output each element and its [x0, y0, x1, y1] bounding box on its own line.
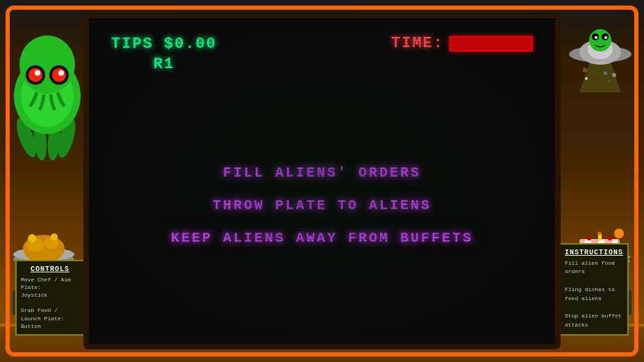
tips-amount: TIPS $0.00	[111, 35, 217, 55]
svg-point-33	[585, 77, 588, 80]
instruction-line-3: KEEP ALIENS AWAY FROM BUFFETS	[171, 230, 473, 246]
right-panel: INSTRUCTIONS Fill alien food orders Flin…	[555, 6, 638, 356]
controls-panel: CONTROLS Move Chef / Aim Plate: Joystick…	[15, 260, 85, 336]
control-move-key: Joystick	[21, 291, 79, 299]
svg-point-31	[612, 73, 616, 77]
screen-body: FILL ALIENS' ORDERS THROW PLATE TO ALIEN…	[100, 77, 544, 333]
time-bar	[449, 36, 533, 51]
svg-point-43	[597, 232, 602, 235]
svg-point-6	[19, 35, 75, 94]
screen-header: TIPS $0.00 R1 TIME:	[100, 29, 544, 77]
controls-text: Move Chef / Aim Plate: Joystick Grab Foo…	[21, 276, 79, 330]
svg-point-19	[51, 233, 58, 240]
instruction-item-1: Fill alien food orders	[565, 259, 623, 277]
time-display: TIME:	[391, 35, 533, 52]
left-panel: CONTROLS Move Chef / Aim Plate: Joystick…	[6, 6, 89, 356]
round-label: R1	[111, 55, 217, 75]
control-move-label: Move Chef / Aim Plate:	[21, 276, 79, 291]
svg-point-9	[28, 68, 42, 82]
svg-point-46	[614, 229, 624, 238]
control-grab-label: Grab Food / Launch Plate:	[21, 306, 79, 322]
svg-point-44	[587, 236, 591, 240]
instruction-item-3: Stop alien buffet attacks	[565, 312, 623, 330]
controls-title: CONTROLS	[21, 265, 79, 273]
instruction-line-1: FILL ALIENS' ORDERS	[223, 165, 421, 181]
svg-point-11	[35, 70, 40, 76]
svg-point-12	[58, 70, 64, 76]
svg-point-10	[52, 68, 66, 82]
svg-point-23	[589, 29, 611, 51]
svg-point-27	[604, 36, 607, 39]
svg-point-18	[28, 234, 36, 242]
svg-point-45	[608, 236, 612, 240]
control-grab-key: Button	[21, 322, 79, 330]
ufo-right	[565, 16, 635, 99]
instructions-panel: INSTRUCTIONS Fill alien food orders Flin…	[559, 243, 629, 336]
alien-left-character	[9, 13, 85, 165]
instructions-text: Fill alien food orders Fling dishes to f…	[565, 259, 623, 330]
instructions-title: INSTRUCTIONS	[565, 249, 623, 256]
time-label: TIME:	[391, 35, 444, 52]
instruction-line-2: THROW PLATE TO ALIENS	[213, 197, 431, 213]
svg-point-26	[595, 36, 597, 39]
instruction-item-2: Fling dishes to feed aliens	[565, 286, 623, 304]
tips-display: TIPS $0.00 R1	[111, 35, 217, 74]
svg-rect-34	[607, 80, 611, 82]
main-screen: TIPS $0.00 R1 TIME: FILL ALIENS' ORDERS …	[83, 13, 561, 349]
